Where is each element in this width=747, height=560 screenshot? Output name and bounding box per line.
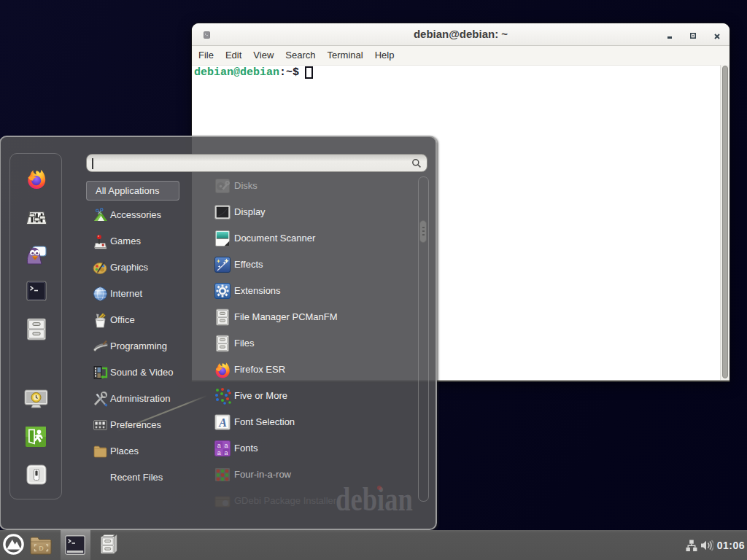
svg-text:a: a [217,449,221,456]
svg-text:a: a [224,449,228,456]
svg-text:a: a [224,442,228,449]
svg-text:a: a [217,442,221,449]
svg-text:D: D [39,545,44,552]
svg-text:A: A [218,416,227,429]
